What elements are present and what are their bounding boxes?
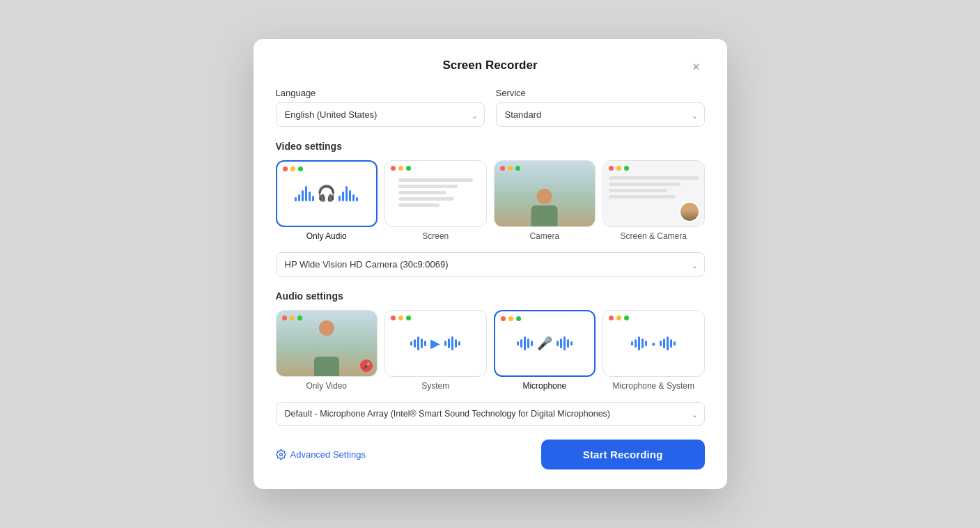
audio-settings-label: Audio settings xyxy=(276,290,705,302)
mute-icon: 🎤 xyxy=(360,359,373,372)
video-option-screen-camera-label: Screen & Camera xyxy=(621,231,687,241)
audio-option-only-video-inner: 🎤 xyxy=(276,310,378,377)
traffic-lights-sc xyxy=(609,166,629,171)
audio-only-visual: 🎧 xyxy=(295,185,358,203)
audio-option-microphone[interactable]: 🎤 Microphone xyxy=(494,310,596,391)
camera-bg-scene xyxy=(495,161,596,226)
headphone-icon: 🎧 xyxy=(317,185,336,203)
traffic-lights-audio xyxy=(283,166,303,171)
mic-waveform: 🎤 xyxy=(513,336,577,351)
language-select[interactable]: English (United States) Spanish French xyxy=(276,102,485,127)
traffic-lights-screen xyxy=(391,166,411,171)
microphone-icon: 🎤 xyxy=(537,336,552,351)
language-label: Language xyxy=(276,88,485,98)
audio-option-system-inner: ▶ xyxy=(384,310,487,377)
play-icon: ▶ xyxy=(430,336,440,351)
tl-green xyxy=(298,166,303,171)
close-button[interactable]: × xyxy=(688,59,705,75)
audio-option-microphone-system[interactable]: ● Microphone & System xyxy=(602,310,705,391)
camera-select-wrap: HP Wide Vision HD Camera (30c9:0069) xyxy=(276,252,705,277)
screen-visual xyxy=(393,173,479,215)
audio-option-only-video-label: Only Video xyxy=(306,381,347,391)
tl-yellow xyxy=(290,166,295,171)
video-option-only-audio-inner: 🎧 xyxy=(276,160,378,227)
traffic-lights-sys xyxy=(391,316,411,320)
audio-option-microphone-label: Microphone xyxy=(522,381,566,391)
language-select-wrap: English (United States) Spanish French xyxy=(276,102,485,127)
video-option-camera-label: Camera xyxy=(529,231,559,241)
video-option-screen[interactable]: Screen xyxy=(384,160,487,241)
advanced-settings-label: Advanced Settings xyxy=(290,449,366,460)
audio-option-microphone-system-inner: ● xyxy=(602,310,705,377)
audio-option-microphone-system-label: Microphone & System xyxy=(613,381,694,391)
service-field: Service Standard Premium xyxy=(496,88,705,127)
video-option-screen-inner xyxy=(384,160,487,227)
service-label: Service xyxy=(496,88,705,98)
person-figure xyxy=(525,189,563,226)
traffic-lights-ms xyxy=(609,316,629,320)
gear-icon xyxy=(276,449,286,460)
waveform-left xyxy=(295,186,314,201)
mic-select-wrap: Default - Microphone Array (Intel® Smart… xyxy=(276,402,705,426)
video-options-grid: 🎧 Only Audio xyxy=(276,160,705,241)
service-select[interactable]: Standard Premium xyxy=(496,102,705,127)
ms-waveform: ● xyxy=(627,336,680,350)
mic-dropdown-wrap: Default - Microphone Array (Intel® Smart… xyxy=(276,402,705,426)
audio-options-grid: 🎤 Only Video ▶ xyxy=(276,310,705,391)
advanced-settings-button[interactable]: Advanced Settings xyxy=(276,449,366,460)
video-option-screen-label: Screen xyxy=(422,231,449,241)
camera-dropdown-wrap: HP Wide Vision HD Camera (30c9:0069) xyxy=(276,252,705,277)
audio-option-only-video[interactable]: 🎤 Only Video xyxy=(276,310,378,391)
av-bg: 🎤 xyxy=(277,311,378,376)
top-fields-row: Language English (United States) Spanish… xyxy=(276,88,705,127)
camera-select[interactable]: HP Wide Vision HD Camera (30c9:0069) xyxy=(276,252,705,277)
mic-select[interactable]: Default - Microphone Array (Intel® Smart… xyxy=(276,402,705,426)
traffic-lights-ov xyxy=(282,316,302,320)
audio-option-system-label: System xyxy=(421,381,449,391)
audio-option-system[interactable]: ▶ System xyxy=(384,310,487,391)
service-select-wrap: Standard Premium xyxy=(496,102,705,127)
modal-header: Screen Recorder × xyxy=(276,59,705,72)
video-option-only-audio[interactable]: 🎧 Only Audio xyxy=(276,160,378,241)
start-recording-button[interactable]: Start Recording xyxy=(541,440,705,469)
traffic-lights-camera xyxy=(500,166,520,171)
video-settings-label: Video settings xyxy=(276,141,705,152)
video-option-camera[interactable]: Camera xyxy=(494,160,596,241)
waveform-right xyxy=(339,186,358,201)
dot-icon: ● xyxy=(651,340,655,348)
svg-point-0 xyxy=(279,453,282,456)
traffic-lights-mic xyxy=(501,316,521,321)
system-waveform: ▶ xyxy=(406,336,465,351)
footer-row: Advanced Settings Start Recording xyxy=(276,440,705,469)
video-option-screen-camera-inner xyxy=(602,160,705,227)
video-option-camera-inner xyxy=(494,160,596,227)
audio-option-microphone-inner: 🎤 xyxy=(494,310,596,377)
sc-avatar xyxy=(679,201,700,222)
tl-red xyxy=(283,166,288,171)
video-option-screen-camera[interactable]: Screen & Camera xyxy=(602,160,705,241)
screen-recorder-modal: Screen Recorder × Language English (Unit… xyxy=(254,39,727,489)
language-field: Language English (United States) Spanish… xyxy=(276,88,485,127)
modal-title: Screen Recorder xyxy=(442,59,537,72)
video-option-only-audio-label: Only Audio xyxy=(306,231,347,241)
